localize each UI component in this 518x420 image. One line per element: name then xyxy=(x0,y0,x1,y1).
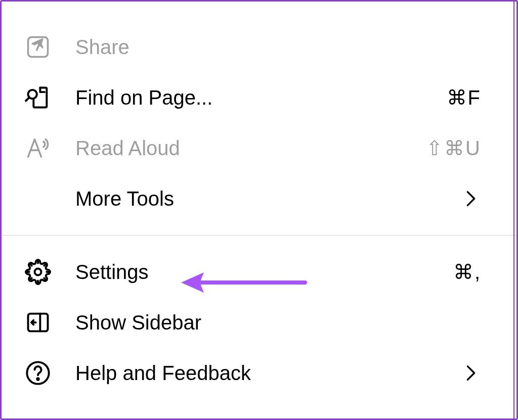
menu-item-share: Share xyxy=(2,22,516,72)
chevron-right-icon xyxy=(466,364,476,382)
menu-item-more-tools[interactable]: More Tools xyxy=(2,173,516,224)
menu-item-label: Share xyxy=(75,36,501,59)
svg-point-6 xyxy=(37,378,38,380)
menu-item-help-and-feedback[interactable]: Help and Feedback xyxy=(2,348,516,398)
menu-item-label: Help and Feedback xyxy=(75,362,466,385)
context-menu: Share Find on Page... ⌘F Read Aloud ⇧⌘U … xyxy=(0,0,518,420)
keyboard-shortcut: ⌘F xyxy=(447,86,481,109)
gear-icon xyxy=(25,259,51,285)
menu-item-read-aloud: Read Aloud ⇧⌘U xyxy=(2,123,516,173)
menu-item-label: More Tools xyxy=(75,188,466,210)
find-on-page-icon xyxy=(25,84,51,111)
menu-item-label: Show Sidebar xyxy=(75,311,501,334)
read-aloud-icon xyxy=(25,135,51,161)
menu-item-find-on-page[interactable]: Find on Page... ⌘F xyxy=(2,72,516,123)
share-icon xyxy=(25,34,51,60)
keyboard-shortcut: ⌘, xyxy=(453,260,481,284)
menu-divider xyxy=(2,235,516,236)
sidebar-icon xyxy=(25,309,51,336)
menu-item-label: Find on Page... xyxy=(75,86,447,109)
menu-item-label: Settings xyxy=(75,261,453,284)
help-icon xyxy=(25,360,51,386)
svg-point-2 xyxy=(35,269,41,275)
menu-item-label: Read Aloud xyxy=(75,137,426,160)
empty-icon-slot xyxy=(25,185,51,212)
keyboard-shortcut: ⇧⌘U xyxy=(426,136,481,160)
menu-item-settings[interactable]: Settings ⌘, xyxy=(2,247,516,297)
chevron-right-icon xyxy=(466,190,476,208)
menu-item-show-sidebar[interactable]: Show Sidebar xyxy=(2,297,516,348)
